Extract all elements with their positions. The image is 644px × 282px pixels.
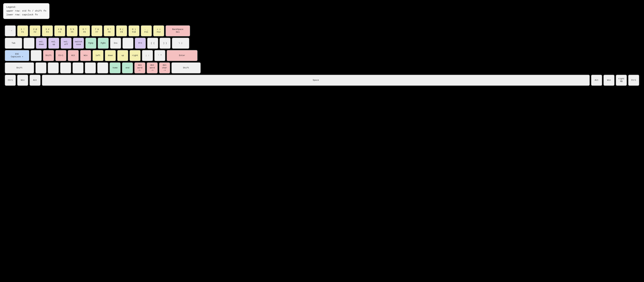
- key-switch-case[interactable]: switch case: [73, 38, 84, 49]
- key-end[interactable]: end: [122, 62, 133, 73]
- key-7[interactable]: 7 & F7: [91, 25, 102, 36]
- key-ins[interactable]: Ins: [110, 38, 121, 49]
- row-numbers: ` ~1 ! F12 @ F23 # F34 $ F45 % F56 ^ F67…: [5, 25, 639, 36]
- legend-line3: lower row: capslock fn: [6, 13, 46, 17]
- key-space[interactable]: Space: [42, 75, 590, 86]
- key-3[interactable]: 3 # F3: [42, 25, 53, 36]
- key-1[interactable]: 1 ! F1: [17, 25, 28, 36]
- key-home[interactable]: home: [110, 62, 121, 73]
- key-backslash[interactable]: \ |: [172, 38, 189, 49]
- key-down[interactable]: down: [105, 50, 116, 61]
- key-left[interactable]: left: [92, 50, 104, 61]
- key-vol-down[interactable]: vol. down: [36, 38, 47, 49]
- key-x[interactable]: [48, 62, 59, 73]
- key-win-l2[interactable]: Win: [80, 50, 91, 61]
- key-a[interactable]: [30, 50, 42, 61]
- key-vol-up[interactable]: vol. up: [48, 38, 59, 49]
- key-up[interactable]: up: [117, 50, 128, 61]
- key-del-word-r[interactable]: del word ->: [147, 62, 158, 73]
- key-minus[interactable]: - _ F11: [141, 25, 152, 36]
- key-6[interactable]: 6 ^ F6: [79, 25, 90, 36]
- row-tab: Tabvol. downvol. upvol. offswitch casePg…: [5, 38, 639, 49]
- legend-line2: upper row: std fn / shift fn: [6, 9, 46, 13]
- key-shift-r[interactable]: Shift: [172, 62, 201, 73]
- keyboard: ` ~1 ! F12 @ F23 # F34 $ F45 % F56 ^ F67…: [3, 24, 641, 87]
- key-n[interactable]: [97, 62, 108, 73]
- key-pgdn[interactable]: PgDn: [98, 38, 109, 49]
- key-right-mb[interactable]: right MB: [616, 75, 627, 86]
- key-pgup[interactable]: PgUp: [85, 38, 96, 49]
- key-win-l[interactable]: Win: [17, 75, 28, 86]
- key-shift-l2[interactable]: Shift: [43, 50, 54, 61]
- key-z[interactable]: [35, 62, 46, 73]
- key-prt[interactable]: Prt: [135, 38, 146, 49]
- key-equals[interactable]: = + F12: [153, 25, 164, 36]
- key-ctrl-r[interactable]: Ctrl: [628, 75, 639, 86]
- row-shift: Shifthomeenddel word <-del word ->del ch…: [5, 62, 639, 73]
- key-8[interactable]: 8 * F8: [104, 25, 115, 36]
- key-del-word-l[interactable]: del word <-: [134, 62, 146, 73]
- key-rbracket[interactable]: ] }: [160, 38, 170, 49]
- key-q[interactable]: [24, 38, 34, 49]
- key-ctrl-l2[interactable]: Ctrl: [55, 50, 66, 61]
- row-bottom: CtrlWinAltSpaceAltWinright MBCtrl: [5, 75, 639, 86]
- key-0[interactable]: 0 ) F10: [128, 25, 140, 36]
- key-4[interactable]: 4 $ F4: [54, 25, 65, 36]
- key-backspace[interactable]: BackSpace Del: [166, 25, 190, 36]
- legend-line1: Legend:: [6, 5, 46, 9]
- key-right[interactable]: right: [130, 50, 141, 61]
- key-win-r[interactable]: Win: [604, 75, 614, 86]
- key-5[interactable]: 5 % F5: [66, 25, 78, 36]
- key-semicolon[interactable]: ; :: [142, 50, 153, 61]
- key-b[interactable]: [85, 62, 96, 73]
- key-vol-off[interactable]: vol. off: [60, 38, 72, 49]
- key-alt-l2[interactable]: Alt: [68, 50, 79, 61]
- key-9[interactable]: 9 ( F9: [116, 25, 127, 36]
- key-2[interactable]: 2 @ F2: [30, 25, 40, 36]
- key-alt-l[interactable]: Alt: [30, 75, 40, 86]
- key-lbracket[interactable]: [ {: [147, 38, 158, 49]
- key-ctrl-l[interactable]: Ctrl: [5, 75, 16, 86]
- key-tab[interactable]: Tab: [5, 38, 22, 49]
- key-shift-l[interactable]: Shift: [5, 62, 34, 73]
- key-c[interactable]: [60, 62, 71, 73]
- key-quote[interactable]: ' ": [154, 50, 165, 61]
- key-alt-r[interactable]: Alt: [591, 75, 602, 86]
- key-del-char-r[interactable]: del char ->: [159, 62, 170, 73]
- key-t-blank[interactable]: [122, 38, 134, 49]
- key-v[interactable]: [72, 62, 84, 73]
- legend-box: Legend: upper row: std fn / shift fn low…: [3, 3, 50, 19]
- row-caps: ESC CapsLock +ShiftCtrlAltWinleftdownupr…: [5, 50, 639, 61]
- key-backtick[interactable]: ` ~: [5, 25, 16, 36]
- key-enter[interactable]: Enter: [167, 50, 198, 61]
- key-caps[interactable]: ESC CapsLock +: [5, 50, 29, 61]
